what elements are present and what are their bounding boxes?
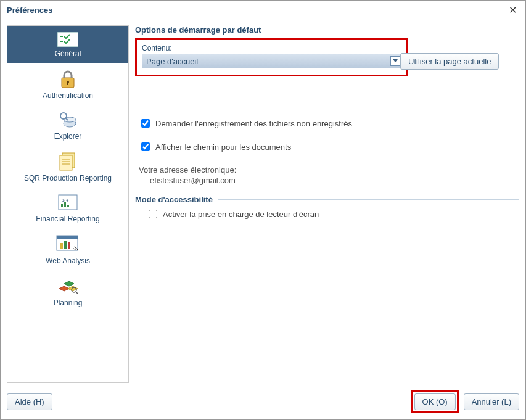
sidebar-item-label: Explorer [10,132,126,141]
svg-text:¥: ¥ [65,197,69,203]
svg-line-27 [76,292,78,294]
content-combo[interactable]: Page d'accueil [142,54,401,68]
report-icon [10,152,126,171]
prompt-save-input[interactable] [141,119,150,128]
screen-reader-label: Activer la prise en charge de lecteur d'… [163,210,319,219]
dialog-body: Général Authentification [1,20,525,385]
screen-reader-input[interactable] [149,210,157,218]
use-current-page-button[interactable]: Utiliser la page actuelle [400,53,499,70]
chevron-down-icon[interactable] [390,56,400,66]
sidebar-item-general[interactable]: Général [7,26,128,63]
sidebar-item-label: Authentification [10,91,126,100]
svg-rect-23 [60,243,63,249]
webanalysis-icon [10,234,126,254]
sidebar-item-authentication[interactable]: Authentification [7,63,128,105]
sidebar-item-sqr[interactable]: SQR Production Reporting [7,146,128,187]
explorer-icon [10,111,126,130]
svg-text:$: $ [62,197,65,203]
startup-options: Options de démarrage par défaut Contenu:… [135,25,519,81]
sidebar-item-label: Planning [10,299,126,307]
preferences-dialog: Préférences ✕ Général [0,0,526,420]
email-label: Votre adresse électronique: [139,165,519,175]
lock-icon [10,69,126,89]
financial-icon: $ ¥ [10,194,126,212]
sidebar-item-label: SQR Production Reporting [10,174,126,183]
svg-rect-25 [68,242,70,249]
sidebar-item-label: Général [10,49,126,58]
show-path-label: Afficher le chemin pour les documents [155,142,291,152]
svg-rect-20 [67,205,69,207]
ok-highlight: OK (O) [411,390,459,413]
sidebar-item-planning[interactable]: Planning [7,270,128,312]
sidebar-item-explorer[interactable]: Explorer [7,105,128,146]
svg-rect-0 [57,32,78,47]
svg-rect-19 [64,202,66,207]
sidebar-item-financial[interactable]: $ ¥ Financial Reporting [7,187,128,228]
startup-highlighted-box: Contenu: Page d'accueil [135,38,408,76]
content-label: Contenu: [142,44,401,52]
titlebar: Préférences ✕ [1,1,525,20]
sidebar-item-webanalysis[interactable]: Web Analysis [7,228,128,270]
dialog-footer: Aide (H) OK (O) Annuler (L) [1,385,525,419]
ok-button[interactable]: OK (O) [414,393,456,410]
email-block: Votre adresse électronique: efistestuser… [139,165,519,185]
content-combo-value: Page d'accueil [146,57,390,66]
sidebar-item-label: Financial Reporting [10,215,126,223]
startup-legend: Options de démarrage par défaut [135,25,519,35]
show-path-checkbox[interactable]: Afficher le chemin pour les documents [139,141,519,153]
show-path-input[interactable] [141,142,150,151]
cancel-button[interactable]: Annuler (L) [464,393,519,410]
svg-rect-18 [61,204,63,207]
close-icon[interactable]: ✕ [506,4,519,16]
svg-rect-24 [64,241,67,249]
screen-reader-checkbox[interactable]: Activer la prise en charge de lecteur d'… [146,208,519,220]
sidebar: Général Authentification [7,25,129,383]
svg-rect-11 [60,155,72,170]
prompt-save-label: Demander l'enregistrement des fichiers n… [155,119,352,128]
accessibility-legend: Mode d'accessibilité [135,195,519,204]
email-value: efistestuser@gmail.com [150,176,519,185]
accessibility-mode: Mode d'accessibilité Activer la prise en… [135,195,519,224]
dialog-title: Préférences [7,6,52,15]
planning-icon [10,276,126,296]
content-panel: Options de démarrage par défaut Contenu:… [135,25,519,383]
help-button[interactable]: Aide (H) [7,393,52,410]
svg-rect-22 [57,236,78,239]
svg-rect-5 [67,83,68,85]
general-icon [10,32,126,47]
prompt-save-checkbox[interactable]: Demander l'enregistrement des fichiers n… [139,117,519,130]
sidebar-item-label: Web Analysis [10,257,126,265]
